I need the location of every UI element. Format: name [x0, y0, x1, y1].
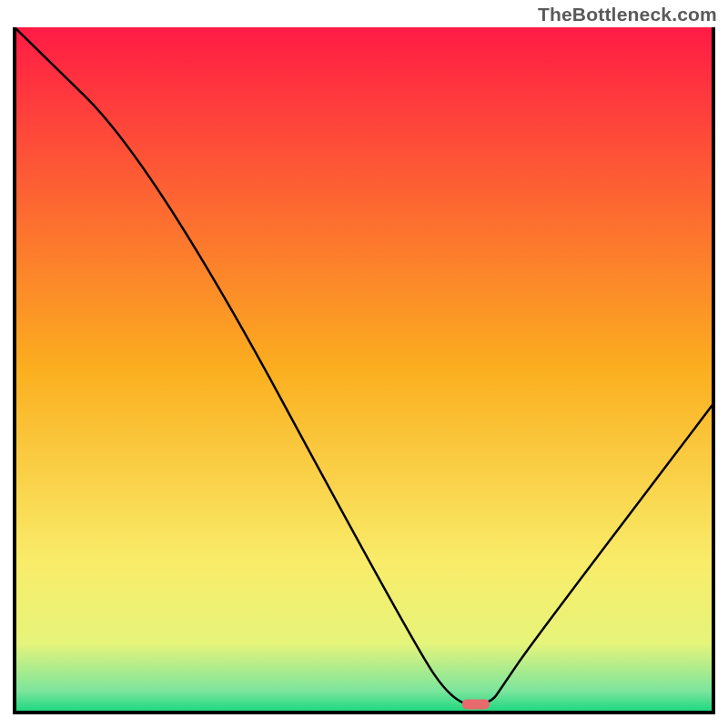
gradient-background	[15, 27, 713, 712]
optimal-marker	[462, 699, 490, 709]
watermark-label: TheBottleneck.com	[538, 4, 717, 25]
chart-canvas: TheBottleneck.com	[0, 0, 728, 728]
plot-area	[13, 27, 715, 715]
chart-svg	[13, 27, 715, 715]
